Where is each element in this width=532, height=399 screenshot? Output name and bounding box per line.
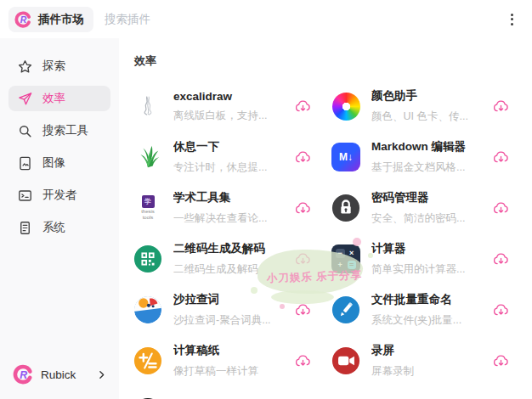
rubick-logo-icon: R xyxy=(14,10,32,29)
markdown-icon: M↓ xyxy=(331,142,361,172)
sidebar-item-0[interactable]: 探索 xyxy=(8,53,110,79)
body-row: 探索 效率 搜索工具 图像 开发者 系统 R Rubick 效率 xyxy=(0,38,532,399)
plugin-name: 文件批量重命名 xyxy=(371,292,481,307)
plugin-description: 系统文件(夹)批量... xyxy=(371,313,481,328)
svg-text:R: R xyxy=(20,369,27,381)
plugin-description: 沙拉查词-聚合词典... xyxy=(173,313,283,328)
color-wheel-icon xyxy=(331,91,361,121)
cloud-download-icon[interactable] xyxy=(491,351,510,370)
star-icon xyxy=(17,59,33,75)
plugin-description: 二维码生成及解码 xyxy=(173,262,283,277)
password-lock-icon xyxy=(331,193,361,223)
sidebar-item-4[interactable]: 开发者 xyxy=(8,183,110,208)
plugin-row-11[interactable]: 录屏 屏幕录制 xyxy=(331,335,517,386)
plugin-row-0[interactable]: excalidraw 离线版白板，支持... xyxy=(133,81,319,132)
sidebar-item-1[interactable]: 效率 xyxy=(8,86,110,111)
plugin-name: Markdown 编辑器 xyxy=(371,139,481,155)
plugin-row-4[interactable]: 学thesistools 学术工具集 一些解决在查看论... xyxy=(133,183,319,233)
cloud-download-icon[interactable] xyxy=(491,250,510,268)
plugin-row-1[interactable]: 颜色助手 颜色、UI 色卡、传... xyxy=(331,81,517,132)
calculator-icon: −×+= xyxy=(331,244,361,274)
cloud-download-icon[interactable] xyxy=(293,301,312,319)
list-icon xyxy=(17,220,33,236)
app-window: R 插件市场 探索 效率 搜索工具 图像 开发者 系统 R Rubick xyxy=(0,0,532,399)
plugin-name: 颜色助手 xyxy=(371,88,481,104)
calc-paper-icon xyxy=(133,346,163,376)
rubick-logo-icon: R xyxy=(12,363,34,385)
qrcode-icon xyxy=(133,244,163,274)
topbar: R 插件市场 xyxy=(0,0,532,38)
plugin-description: 简单实用的计算器... xyxy=(371,262,481,277)
video-camera-icon xyxy=(331,346,361,376)
plugin-row-2[interactable]: 休息一下 专注计时，休息提... xyxy=(133,132,319,183)
plugin-row-3[interactable]: M↓ Markdown 编辑器 基于掘金文档风格... xyxy=(331,132,517,183)
search-icon xyxy=(17,123,33,139)
section-title: 效率 xyxy=(134,53,517,69)
plugin-description: 颜色、UI 色卡、传... xyxy=(371,110,481,124)
sidebar-item-5[interactable]: 系统 xyxy=(8,215,110,240)
cloud-download-icon[interactable] xyxy=(293,250,312,268)
plugin-description: 一些解决在查看论... xyxy=(173,211,283,226)
app-title-pill: R 插件市场 xyxy=(8,7,93,32)
excalidraw-doodle-icon xyxy=(133,91,163,121)
plugin-row-5[interactable]: 密码管理器 安全、简洁的密码... xyxy=(331,183,517,233)
sidebar-nav: 探索 效率 搜索工具 图像 开发者 系统 xyxy=(8,53,110,363)
plugin-row-6[interactable]: 二维码生成及解码 二维码生成及解码 xyxy=(133,233,319,284)
cloud-download-icon[interactable] xyxy=(293,351,312,370)
main-content: 效率 excalidraw 离线版白板，支持... 颜色助手 颜色、UI 色卡、… xyxy=(119,38,532,399)
terminal-icon xyxy=(17,188,33,204)
cloud-download-icon[interactable] xyxy=(293,148,312,166)
salad-bowl-icon xyxy=(133,295,163,325)
sidebar-item-2[interactable]: 搜索工具 xyxy=(8,118,110,143)
plugin-row-7[interactable]: −×+= 计算器 简单实用的计算器... xyxy=(331,233,517,284)
plugin-description: 屏幕录制 xyxy=(371,364,481,379)
cloud-download-icon[interactable] xyxy=(491,301,510,319)
cloud-download-icon[interactable] xyxy=(491,97,510,115)
plugin-name: 计算稿纸 xyxy=(173,343,283,358)
thesis-tools-icon: 学thesistools xyxy=(133,193,163,223)
app-title: 插件市场 xyxy=(38,12,84,27)
plugin-name: 密码管理器 xyxy=(371,190,481,205)
plugin-name: 计算器 xyxy=(371,241,481,256)
plugin-name: 录屏 xyxy=(371,343,481,358)
pencil-icon xyxy=(331,295,361,325)
plugin-description: 离线版白板，支持... xyxy=(173,109,283,123)
sidebar: 探索 效率 搜索工具 图像 开发者 系统 R Rubick xyxy=(0,38,119,399)
image-file-icon xyxy=(17,155,33,171)
plugin-description: 安全、简洁的密码... xyxy=(371,211,481,226)
plugin-description: 基于掘金文档风格... xyxy=(371,160,481,175)
kebab-menu-icon[interactable] xyxy=(506,8,518,31)
plugin-description: 专注计时，休息提... xyxy=(173,160,283,175)
plugin-row-10[interactable]: 计算稿纸 像打草稿一样计算 xyxy=(133,335,319,386)
app-name: Rubick xyxy=(41,368,76,381)
plugin-name: 休息一下 xyxy=(173,139,283,155)
plugin-grid: excalidraw 离线版白板，支持... 颜色助手 颜色、UI 色卡、传..… xyxy=(133,81,517,399)
grass-icon xyxy=(133,142,163,172)
plugin-name: 二维码生成及解码 xyxy=(173,241,283,256)
paper-plane-icon xyxy=(17,91,33,107)
sidebar-footer: R Rubick xyxy=(8,363,110,385)
search-input[interactable] xyxy=(105,13,506,25)
plugin-name: excalidraw xyxy=(173,90,283,103)
plugin-row-12[interactable]: 共享 局域网文件共享 xyxy=(133,386,319,399)
plugin-row-9[interactable]: 文件批量重命名 系统文件(夹)批量... xyxy=(331,284,517,335)
plugin-row-8[interactable]: 沙拉查词 沙拉查词-聚合词典... xyxy=(133,284,319,335)
cloud-download-icon[interactable] xyxy=(491,199,510,217)
chevron-right-icon[interactable] xyxy=(96,369,107,380)
plugin-name: 沙拉查词 xyxy=(173,292,283,307)
cloud-download-icon[interactable] xyxy=(491,148,510,166)
plugin-name: 学术工具集 xyxy=(173,190,283,205)
cloud-download-icon[interactable] xyxy=(293,97,312,115)
cloud-download-icon[interactable] xyxy=(293,199,312,217)
plugin-description: 像打草稿一样计算 xyxy=(173,364,283,379)
svg-text:R: R xyxy=(20,14,27,24)
sidebar-item-3[interactable]: 图像 xyxy=(8,150,110,176)
